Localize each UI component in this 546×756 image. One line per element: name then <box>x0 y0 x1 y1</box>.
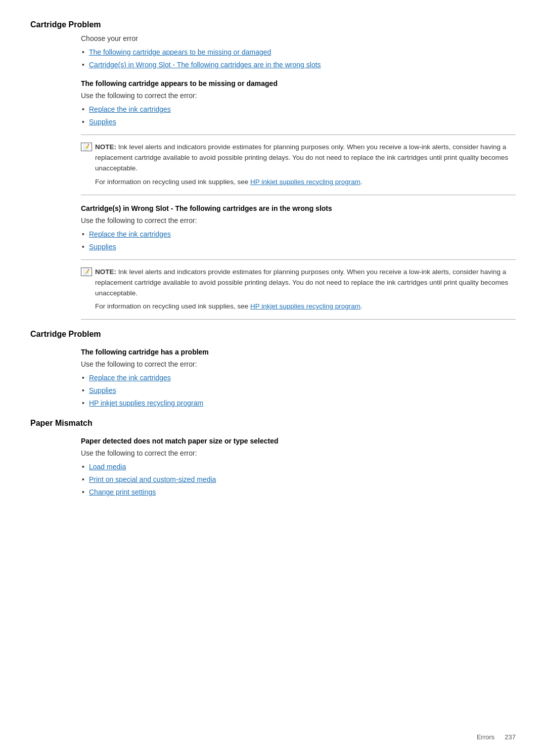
list-item: Load media <box>81 462 516 472</box>
section-title-2: Cartridge Problem <box>30 330 516 339</box>
link-supplies-1[interactable]: Supplies <box>89 118 116 126</box>
sub-title-wrong-slot: Cartridge(s) in Wrong Slot - The followi… <box>81 204 516 212</box>
use-following-text-2: Use the following to correct the error: <box>81 215 516 226</box>
list-item: Supplies <box>81 242 516 252</box>
note-icon-2: 📝 <box>81 268 92 276</box>
note-paragraph-1: For information on recycling used ink su… <box>95 177 516 188</box>
link-wrong-slot[interactable]: Cartridge(s) in Wrong Slot - The followi… <box>89 61 321 69</box>
note-extra-link-1[interactable]: HP inkjet supplies recycling program <box>250 178 360 186</box>
link-replace-1[interactable]: Replace the ink cartridges <box>89 105 171 113</box>
link-load-media[interactable]: Load media <box>89 463 126 471</box>
sub-title-has-problem: The following cartridge has a problem <box>81 348 516 356</box>
link-replace-2[interactable]: Replace the ink cartridges <box>89 230 171 238</box>
sub-section-wrong-slot: Cartridge(s) in Wrong Slot - The followi… <box>81 204 516 320</box>
note-extra-before-2: For information on recycling used ink su… <box>95 302 250 310</box>
note-extra-before-1: For information on recycling used ink su… <box>95 178 250 186</box>
page-footer: Errors 237 <box>477 733 516 741</box>
divider <box>81 319 516 320</box>
link-recycling-3[interactable]: HP inkjet supplies recycling program <box>89 399 203 407</box>
note-symbol-2: 📝 <box>81 268 92 276</box>
note-body-1: Ink level alerts and indicators provide … <box>95 143 508 172</box>
note-body-2: Ink level alerts and indicators provide … <box>95 268 508 297</box>
use-following-text-1: Use the following to correct the error: <box>81 91 516 101</box>
use-following-text-3: Use the following to correct the error: <box>81 359 516 370</box>
note-block-2: 📝 NOTE: Ink level alerts and indicators … <box>81 267 516 313</box>
note-paragraph-2: For information on recycling used ink su… <box>95 301 516 312</box>
link-supplies-2[interactable]: Supplies <box>89 243 116 251</box>
list-item: HP inkjet supplies recycling program <box>81 398 516 409</box>
sub-section-missing-damaged: The following cartridge appears to be mi… <box>81 79 516 195</box>
note-extra-after-1: . <box>360 178 362 186</box>
section-title-1: Cartridge Problem <box>30 20 516 29</box>
link-supplies-3[interactable]: Supplies <box>89 386 116 394</box>
footer-page-number: 237 <box>505 733 516 741</box>
list-item: Replace the ink cartridges <box>81 104 516 115</box>
sub-section-paper-mismatch: Paper detected does not match paper size… <box>81 437 516 498</box>
sub-title-paper-mismatch: Paper detected does not match paper size… <box>81 437 516 445</box>
note-block-1: 📝 NOTE: Ink level alerts and indicators … <box>81 142 516 188</box>
note-icon-1: 📝 <box>81 143 92 151</box>
sub-section-has-problem: The following cartridge has a problem Us… <box>81 348 516 409</box>
section-paper-mismatch: Paper Mismatch Paper detected does not m… <box>30 419 516 498</box>
list-item: Cartridge(s) in Wrong Slot - The followi… <box>81 60 516 70</box>
section-cartridge-problem-1: Cartridge Problem Choose your error The … <box>30 20 516 320</box>
section-title-3: Paper Mismatch <box>30 419 516 428</box>
link-replace-3[interactable]: Replace the ink cartridges <box>89 374 171 382</box>
divider <box>81 259 516 260</box>
link-print-special[interactable]: Print on special and custom-sized media <box>89 475 216 483</box>
use-following-text-4: Use the following to correct the error: <box>81 448 516 459</box>
link-missing-damaged[interactable]: The following cartridge appears to be mi… <box>89 48 271 56</box>
list-item: Replace the ink cartridges <box>81 229 516 240</box>
choose-error-label: Choose your error <box>81 33 516 44</box>
section-cartridge-problem-2: Cartridge Problem The following cartridg… <box>30 330 516 409</box>
divider <box>81 195 516 195</box>
note-content-1: NOTE: Ink level alerts and indicators pr… <box>95 142 516 188</box>
links-list-1: Replace the ink cartridges Supplies <box>81 104 516 127</box>
list-item: The following cartridge appears to be mi… <box>81 47 516 58</box>
list-item: Change print settings <box>81 487 516 498</box>
note-label-1: NOTE: <box>95 143 116 151</box>
note-extra-link-2[interactable]: HP inkjet supplies recycling program <box>250 302 360 310</box>
note-content-2: NOTE: Ink level alerts and indicators pr… <box>95 267 516 313</box>
links-list-2: Replace the ink cartridges Supplies <box>81 229 516 252</box>
note-extra-after-2: . <box>360 302 362 310</box>
list-item: Supplies <box>81 385 516 396</box>
link-change-print[interactable]: Change print settings <box>89 488 156 496</box>
footer-section-label: Errors <box>477 733 494 741</box>
links-list-4: Load media Print on special and custom-s… <box>81 462 516 498</box>
sub-title-missing-damaged: The following cartridge appears to be mi… <box>81 79 516 87</box>
divider <box>81 135 516 135</box>
note-symbol: 📝 <box>81 143 92 151</box>
note-label-2: NOTE: <box>95 268 116 276</box>
top-links-list: The following cartridge appears to be mi… <box>81 47 516 70</box>
links-list-3: Replace the ink cartridges Supplies HP i… <box>81 373 516 409</box>
list-item: Replace the ink cartridges <box>81 373 516 383</box>
list-item: Supplies <box>81 117 516 127</box>
list-item: Print on special and custom-sized media <box>81 474 516 485</box>
